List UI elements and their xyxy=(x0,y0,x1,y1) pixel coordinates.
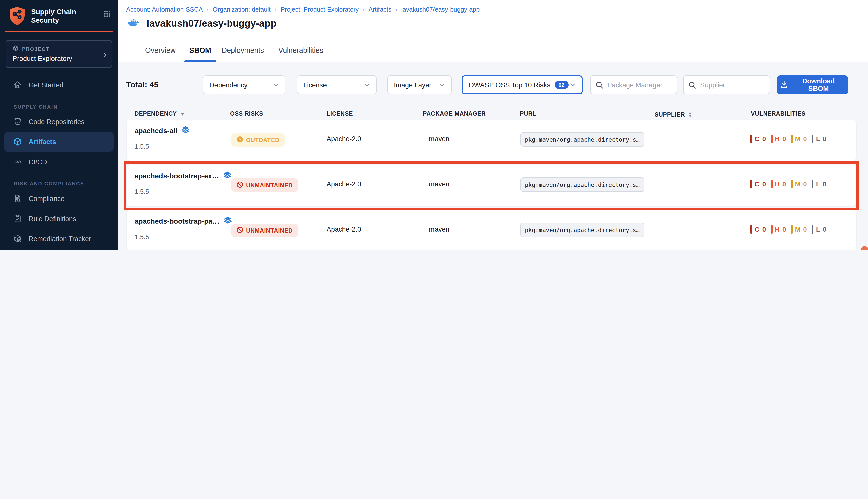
dropdown-label: License xyxy=(303,81,327,89)
tab-bar: OverviewSBOMDeploymentsVulnerabilities xyxy=(117,39,868,62)
severity-count: 0 xyxy=(823,180,827,188)
vuln-count-high: H0 xyxy=(771,135,786,143)
license-filter-dropdown[interactable]: License xyxy=(297,75,377,95)
vuln-count-medium: M0 xyxy=(791,135,807,143)
severity-count: 0 xyxy=(762,226,766,233)
image-layer-filter-dropdown[interactable]: Image Layer xyxy=(387,75,451,95)
table-row[interactable]: apacheds-bootstrap-pa…1.5.5UNMAINTAINEDA… xyxy=(127,210,856,250)
project-selector[interactable]: PROJECT Product Exploratory › xyxy=(5,40,112,68)
tab-sbom[interactable]: SBOM xyxy=(189,39,211,62)
license-cell: Apache-2.0 xyxy=(326,226,361,233)
sidebar: Supply Chain Security PROJECT Product Ex… xyxy=(0,0,117,250)
column-header-label: PACKAGE MANAGER xyxy=(423,111,486,117)
layers-icon xyxy=(223,171,232,180)
column-header-purl: PURL xyxy=(520,111,536,117)
severity-count: 0 xyxy=(782,226,786,233)
purl-chip[interactable]: pkg:maven/org.apache.directory.s… xyxy=(520,132,644,147)
severity-count: 0 xyxy=(762,180,766,188)
chevron-down-icon xyxy=(439,83,445,87)
main-area: Account: Automation-SSCA›Organization: d… xyxy=(117,0,868,250)
breadcrumb-item[interactable]: Organization: default xyxy=(213,6,271,13)
severity-letter: L xyxy=(816,135,820,143)
vulnerability-counts: C0H0M0L0 xyxy=(751,180,827,188)
vuln-count-high: H0 xyxy=(771,180,786,188)
severity-bar xyxy=(771,180,772,188)
column-header-label: PURL xyxy=(520,111,536,117)
sidebar-item-code-repositories[interactable]: </>Code Repositories xyxy=(0,112,117,132)
column-header-package-manager: PACKAGE MANAGER xyxy=(423,111,486,117)
oss-risk-label: UNMAINTAINED xyxy=(246,227,293,233)
box-wrench-icon xyxy=(13,234,22,243)
severity-count: 0 xyxy=(782,180,786,188)
vuln-count-critical: C0 xyxy=(751,180,766,188)
breadcrumb-item[interactable]: Project: Product Exploratory xyxy=(281,6,359,13)
sidebar-item-get-started[interactable]: Get Started xyxy=(0,75,117,95)
severity-bar xyxy=(791,225,793,234)
breadcrumb: Account: Automation-SSCA›Organization: d… xyxy=(126,6,480,13)
dependency-version: 1.5.5 xyxy=(135,143,149,150)
breadcrumb-item[interactable]: lavakush07/easy-buggy-app xyxy=(401,6,480,13)
vulnerability-counts: C0H0M0L0 xyxy=(751,225,827,234)
column-header-supplier[interactable]: SUPPLIER xyxy=(655,111,692,119)
sort-descending-icon xyxy=(180,112,184,118)
page-title: lavakush07/easy-buggy-app xyxy=(147,18,276,29)
severity-letter: H xyxy=(775,180,780,188)
license-cell: Apache-2.0 xyxy=(326,180,361,188)
layers-icon xyxy=(224,216,232,226)
dependency-version: 1.5.5 xyxy=(135,233,149,241)
module-switcher-grid-icon[interactable] xyxy=(104,10,111,19)
vuln-count-medium: M0 xyxy=(791,180,807,188)
breadcrumb-separator: › xyxy=(363,7,364,13)
breadcrumb-item[interactable]: Account: Automation-SSCA xyxy=(126,6,203,13)
sidebar-item-label: Rule Definitions xyxy=(29,215,76,222)
column-header-label: LICENSE xyxy=(326,111,353,117)
chevron-down-icon xyxy=(364,83,370,87)
tab-overview[interactable]: Overview xyxy=(145,39,176,62)
oss-risk-badge: UNMAINTAINED xyxy=(231,223,298,237)
svg-text:</>: </> xyxy=(15,121,20,124)
severity-bar xyxy=(771,135,772,143)
dependency-name: apacheds-bootstrap-pa… xyxy=(135,216,232,226)
brand-divider xyxy=(5,31,112,32)
severity-count: 0 xyxy=(803,226,807,233)
cube-icon xyxy=(13,45,18,52)
column-header-oss-risks: OSS RISKS xyxy=(230,111,263,117)
purl-chip[interactable]: pkg:maven/org.apache.directory.s… xyxy=(520,223,644,237)
oss-risk-badge: OUTDATED xyxy=(231,133,285,147)
sidebar-item-artifacts[interactable]: Artifacts xyxy=(4,132,113,152)
page-header: Account: Automation-SSCA›Organization: d… xyxy=(117,0,868,39)
breadcrumb-item[interactable]: Artifacts xyxy=(369,6,391,13)
tab-vulnerabilities[interactable]: Vulnerabilities xyxy=(278,39,323,62)
package-manager-cell: maven xyxy=(429,180,449,188)
sidebar-item-ci-cd[interactable]: CI/CD xyxy=(0,152,117,172)
dropdown-label: Image Layer xyxy=(394,81,432,89)
chevron-down-icon xyxy=(273,83,279,87)
severity-letter: L xyxy=(816,180,820,188)
column-header-label: OSS RISKS xyxy=(230,111,263,117)
docker-icon xyxy=(127,19,141,29)
sidebar-item-rule-definitions[interactable]: Rule Definitions xyxy=(0,208,117,229)
download-sbom-button[interactable]: Download SBOM xyxy=(777,75,848,95)
severity-count: 0 xyxy=(803,180,807,188)
oss-risk-badge: UNMAINTAINED xyxy=(231,179,298,192)
table-row[interactable]: apacheds-all1.5.5OUTDATEDApache-2.0maven… xyxy=(127,120,856,161)
severity-count: 0 xyxy=(823,135,827,143)
purl-chip[interactable]: pkg:maven/org.apache.directory.s… xyxy=(520,178,644,192)
tab-deployments[interactable]: Deployments xyxy=(222,39,264,62)
sidebar-section-title: RISK AND COMPLIANCE xyxy=(0,181,117,186)
unmaintained-ban-icon xyxy=(237,181,243,189)
package-manager-cell: maven xyxy=(429,226,449,233)
column-header-dependency[interactable]: DEPENDENCY xyxy=(135,111,184,117)
breadcrumb-separator: › xyxy=(207,7,209,13)
sidebar-item-remediation-tracker[interactable]: Remediation Tracker xyxy=(0,229,117,249)
table-row[interactable]: apacheds-bootstrap-ex…1.5.5UNMAINTAINEDA… xyxy=(127,165,856,206)
infinity-icon xyxy=(13,157,22,166)
severity-letter: C xyxy=(755,135,760,143)
owasp-risk-filter-dropdown[interactable]: OWASP OSS Top 10 Risks 02 xyxy=(462,75,583,95)
app-root: Supply Chain Security PROJECT Product Ex… xyxy=(0,0,868,250)
dependency-filter-dropdown[interactable]: Dependency xyxy=(203,75,285,95)
severity-letter: C xyxy=(755,180,760,188)
vuln-count-critical: C0 xyxy=(751,135,766,143)
sidebar-item-compliance[interactable]: Compliance xyxy=(0,188,117,208)
package-manager-search xyxy=(590,75,677,95)
